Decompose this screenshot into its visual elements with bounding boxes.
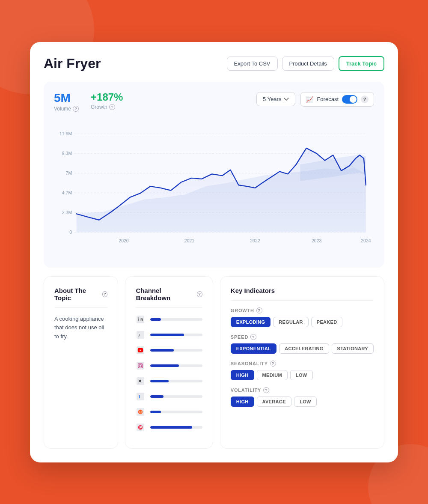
growth-buttons: EXPLODING REGULAR PEAKED (231, 317, 374, 327)
svg-text:2020: 2020 (119, 238, 129, 243)
forecast-control: 📈 Forecast ? (300, 92, 374, 107)
svg-point-32 (141, 412, 142, 412)
linkedin-icon (136, 315, 145, 324)
growth-indicator-label: GROWTH ? (231, 307, 374, 313)
seasonality-buttons: HIGH MEDIUM LOW (231, 370, 374, 380)
channel-title: Channel Breakdown ? (136, 287, 202, 301)
growth-regular-btn[interactable]: REGULAR (273, 317, 309, 327)
indicators-title: Key Indicators (231, 287, 374, 294)
bottom-row: About The Topic ? A cooking appliance th… (44, 276, 384, 449)
volume-label: Volume ? (54, 106, 79, 112)
volatility-low-btn[interactable]: LOW (294, 397, 317, 407)
seasonality-medium-btn[interactable]: MEDIUM (257, 370, 288, 380)
growth-indicator-help[interactable]: ? (256, 307, 262, 313)
seasonality-high-btn[interactable]: HIGH (231, 370, 254, 380)
speed-stationary-btn[interactable]: STATIONARY (332, 343, 374, 354)
twitter-icon: ✕ (136, 376, 145, 386)
facebook-icon: f (136, 392, 145, 401)
svg-text:9.3M: 9.3M (62, 151, 72, 156)
speed-exponential-btn[interactable]: EXPONENTIAL (231, 343, 277, 354)
instagram-bar (150, 364, 179, 367)
channel-divider (136, 307, 202, 308)
facebook-bar (150, 395, 163, 398)
growth-indicator: GROWTH ? EXPLODING REGULAR PEAKED (231, 307, 374, 327)
product-details-button[interactable]: Product Details (282, 57, 334, 71)
svg-text:2022: 2022 (250, 238, 260, 243)
volume-metric: 5M Volume ? (54, 92, 79, 112)
growth-exploding-btn[interactable]: EXPLODING (231, 317, 271, 327)
seasonality-indicator: SEASONALITY ? HIGH MEDIUM LOW (231, 361, 374, 380)
time-range-dropdown[interactable]: 5 Years (256, 92, 295, 106)
svg-rect-27 (137, 393, 144, 400)
tiktok-bar-bg (150, 334, 202, 336)
forecast-label: Forecast (317, 96, 339, 102)
seasonality-low-btn[interactable]: LOW (290, 370, 313, 380)
about-help-icon[interactable]: ? (102, 291, 108, 297)
svg-text:f: f (139, 394, 141, 399)
pinterest-bar (150, 426, 192, 429)
channel-row-youtube (136, 346, 202, 355)
forecast-help-icon[interactable]: ? (361, 95, 369, 103)
reddit-icon (136, 407, 145, 417)
time-range-value: 5 Years (263, 96, 281, 102)
volatility-indicator: VOLATILITY ? HIGH AVERAGE LOW (231, 387, 374, 407)
header: Air Fryer Export To CSV Product Details … (44, 56, 384, 72)
linkedin-bar (150, 318, 160, 321)
speed-buttons: EXPONENTIAL ACCELERATING STATIONARY (231, 343, 374, 354)
chart-area: 11.6M 9.3M 7M 4.7M 2.3M 0 2020 2021 2022… (54, 119, 374, 257)
svg-text:2021: 2021 (184, 238, 195, 243)
channel-row-instagram (136, 361, 202, 370)
linkedin-bar-bg (150, 318, 202, 321)
volume-help-icon[interactable]: ? (73, 106, 79, 112)
export-csv-button[interactable]: Export To CSV (227, 57, 278, 71)
growth-peaked-btn[interactable]: PEAKED (311, 317, 343, 327)
svg-text:11.6M: 11.6M (59, 131, 72, 136)
about-divider (54, 307, 107, 308)
indicators-divider (231, 300, 374, 301)
svg-text:♪: ♪ (138, 332, 140, 337)
svg-rect-18 (137, 331, 144, 339)
forecast-toggle[interactable] (342, 95, 357, 104)
track-topic-button[interactable]: Track Topic (339, 56, 384, 71)
volatility-buttons: HIGH AVERAGE LOW (231, 397, 374, 407)
metrics: 5M Volume ? +187% Growth ? (54, 92, 123, 112)
volume-value: 5M (54, 92, 79, 104)
tiktok-icon: ♪ (136, 330, 145, 340)
instagram-bar-bg (150, 364, 202, 367)
channel-help-icon[interactable]: ? (197, 291, 202, 297)
tiktok-bar (150, 334, 184, 336)
main-card: Air Fryer Export To CSV Product Details … (30, 42, 398, 462)
page-title: Air Fryer (44, 56, 101, 72)
chart-card: 5M Volume ? +187% Growth ? 5 Years (44, 82, 384, 268)
svg-rect-17 (137, 316, 144, 323)
seasonality-indicator-help[interactable]: ? (270, 361, 276, 367)
youtube-icon (136, 346, 145, 355)
svg-text:4.7M: 4.7M (62, 190, 72, 195)
speed-indicator-help[interactable]: ? (250, 334, 256, 340)
volatility-indicator-label: VOLATILITY ? (231, 387, 374, 393)
channel-row-twitter: ✕ (136, 376, 202, 386)
speed-indicator-label: SPEED ? (231, 334, 374, 340)
seasonality-indicator-label: SEASONALITY ? (231, 361, 374, 367)
volatility-indicator-help[interactable]: ? (263, 387, 269, 393)
facebook-bar-bg (150, 395, 202, 398)
forecast-chart-icon: 📈 (306, 96, 313, 103)
svg-rect-20 (137, 346, 144, 354)
speed-accelerating-btn[interactable]: ACCELERATING (279, 343, 329, 354)
toggle-knob (350, 96, 357, 103)
channel-row-reddit (136, 407, 202, 417)
volatility-average-btn[interactable]: AVERAGE (257, 397, 292, 407)
reddit-bar-bg (150, 411, 202, 413)
svg-text:0: 0 (69, 230, 72, 235)
growth-help-icon[interactable]: ? (109, 104, 115, 110)
chevron-down-icon (284, 98, 289, 101)
svg-text:2024: 2024 (361, 238, 371, 243)
svg-text:P: P (140, 425, 142, 429)
volatility-high-btn[interactable]: HIGH (231, 397, 254, 407)
key-indicators-card: Key Indicators GROWTH ? EXPLODING REGULA… (220, 276, 384, 449)
pinterest-bar-bg (150, 426, 202, 429)
channel-breakdown-card: Channel Breakdown ? ♪ (125, 276, 213, 449)
speed-indicator: SPEED ? EXPONENTIAL ACCELERATING STATION… (231, 334, 374, 354)
growth-metric: +187% Growth ? (91, 92, 123, 112)
svg-text:2023: 2023 (312, 238, 322, 243)
